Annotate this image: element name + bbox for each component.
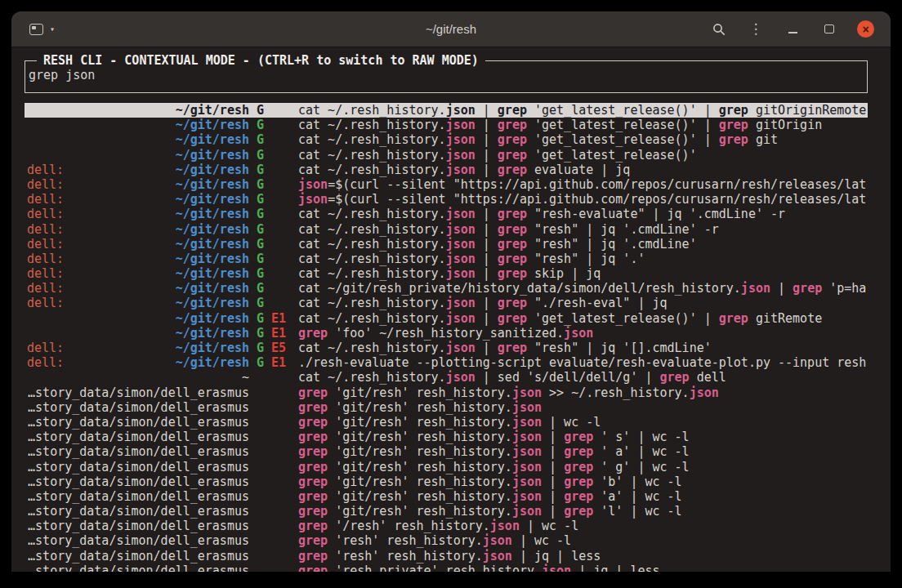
search-query[interactable]: grep json [29,68,860,82]
flags [257,504,291,519]
history-row[interactable]: …story_data/simon/dell_erasmusgrep 'git/… [25,460,868,474]
flag-badge: E1 [271,311,286,326]
row-context: …story_data/simon/dell_erasmus [27,385,249,400]
command-text: cat ~/.resh_history.json | grep 'get_lat… [298,118,868,132]
flags: G [257,281,291,296]
command-text: grep 'resh' resh_history.json | wc -l [298,533,868,548]
match-highlight: grep [564,444,593,459]
history-row[interactable]: …story_data/simon/dell_erasmusgrep 'git/… [25,415,868,430]
match-highlight: json [446,370,476,385]
match-highlight: grep [564,474,593,489]
flags: G [257,266,291,281]
flags: G [257,237,291,252]
history-row[interactable]: dell:~/git/reshGcat ~/.resh_history.json… [25,163,868,177]
match-highlight: grep [660,370,690,385]
match-highlight: grep [298,519,328,533]
flag-badge: G [257,326,264,341]
row-context: …story_data/simon/dell_erasmus [27,564,249,572]
match-highlight: json [512,460,542,474]
history-row[interactable]: dell:~/git/reshGcat ~/.resh_history.json… [25,207,868,221]
restore-button[interactable] [820,20,838,38]
history-row-selected[interactable]: ~/git/reshGcat ~/.resh_history.json | gr… [25,103,868,118]
match-highlight: grep [564,489,593,504]
match-highlight: grep [298,385,328,400]
flags: G [257,222,291,237]
directory-label: ~/git/resh [176,281,249,296]
history-row[interactable]: …story_data/simon/dell_erasmusgrep 'resh… [25,533,868,548]
match-highlight: json [446,311,476,326]
resh-mode-title: RESH CLI - CONTEXTUAL MODE - (CTRL+R to … [37,53,485,68]
match-highlight: grep [298,489,328,504]
directory-label: ~/git/resh [176,177,249,192]
host-label: dell: [27,296,64,310]
directory-label: ~/git/resh [176,355,249,370]
host-label: dell: [27,177,64,192]
match-highlight: grep [719,311,748,326]
directory-label: ~/git/resh [176,163,249,177]
search-icon [712,23,726,36]
history-row[interactable]: dell:~/git/reshG E5cat ~/.resh_history.j… [25,341,868,355]
flag-badge: G [257,207,264,221]
history-row[interactable]: …story_data/simon/dell_erasmusgrep 'resh… [25,549,868,564]
directory-label: …story_data/simon/dell_erasmus [28,564,249,572]
history-row[interactable]: ~/git/reshG E1cat ~/.resh_history.json |… [25,311,868,326]
minimize-button[interactable] [784,20,802,38]
history-row[interactable]: dell:~/git/reshG E1./resh-evaluate --plo… [25,355,868,370]
match-highlight: grep [498,103,527,118]
history-row[interactable]: ~/git/reshGcat ~/.resh_history.json | gr… [25,148,868,163]
history-row[interactable]: …story_data/simon/dell_erasmusgrep 'git/… [25,504,868,519]
flags [257,519,291,533]
row-context: …story_data/simon/dell_erasmus [27,400,249,415]
match-highlight: json [446,207,476,221]
row-context: ~/git/resh [27,326,249,341]
directory-label: ~/git/resh [176,222,249,237]
flags [257,430,291,444]
close-button[interactable]: × [857,20,874,38]
history-row[interactable]: …story_data/simon/dell_erasmusgrep 'git/… [25,400,868,415]
directory-label: ~/git/resh [176,103,249,118]
history-row[interactable]: …story_data/simon/dell_erasmusgrep 'git/… [25,474,868,489]
history-row[interactable]: dell:~/git/reshGjson=$(curl --silent "ht… [25,177,868,192]
history-row[interactable]: …story_data/simon/dell_erasmusgrep 'git/… [25,489,868,504]
flag-badge: G [257,132,264,147]
history-row[interactable]: dell:~/git/reshGcat ~/git/resh_private/h… [25,281,868,296]
history-row[interactable]: dell:~/git/reshGcat ~/.resh_history.json… [25,252,868,266]
flags: G [257,192,291,207]
history-row[interactable]: dell:~/git/reshGcat ~/.resh_history.json… [25,222,868,237]
row-context: ~/git/resh [27,118,249,132]
history-row[interactable]: …story_data/simon/dell_erasmusgrep 'git/… [25,444,868,459]
history-row[interactable]: …story_data/simon/dell_erasmusgrep 'git/… [25,430,868,444]
host-label: dell: [27,266,64,281]
flag-badge: G [257,311,264,326]
minimize-icon [788,32,797,33]
history-row[interactable]: ~/git/reshGcat ~/.resh_history.json | gr… [25,118,868,132]
history-row[interactable]: …story_data/simon/dell_erasmusgrep 'git/… [25,385,868,400]
row-context: dell:~/git/resh [27,355,249,370]
flags: G [257,118,291,132]
match-highlight: grep [498,148,527,163]
history-row[interactable]: …story_data/simon/dell_erasmusgrep '/res… [25,519,868,533]
search-button[interactable] [710,20,728,38]
history-row[interactable]: ~/git/reshG E1grep 'foo' ~/resh_history_… [25,326,868,341]
menu-button[interactable]: ⋮ [747,20,765,38]
history-row[interactable]: …story_data/simon/dell_erasmusgrep 'resh… [25,564,868,572]
match-highlight: grep [298,415,328,430]
command-text: grep 'git/resh' resh_history.json | grep… [298,474,868,489]
history-row[interactable]: dell:~/git/reshGcat ~/.resh_history.json… [25,296,868,310]
history-row[interactable]: ~/git/reshGcat ~/.resh_history.json | gr… [25,132,868,147]
history-row[interactable]: ~cat ~/.resh_history.json | sed 's/dell/… [25,370,868,385]
match-highlight: grep [298,474,328,489]
history-row[interactable]: dell:~/git/reshGcat ~/.resh_history.json… [25,237,868,252]
directory-label: …story_data/simon/dell_erasmus [28,533,249,548]
history-row[interactable]: dell:~/git/reshGjson=$(curl --silent "ht… [25,192,868,207]
host-label: dell: [27,355,64,370]
row-context: dell:~/git/resh [27,341,249,355]
command-text: ./resh-evaluate --plotting-script evalua… [298,355,868,370]
match-highlight: json [298,192,328,207]
match-highlight: grep [564,460,593,474]
history-row[interactable]: dell:~/git/reshGcat ~/.resh_history.json… [25,266,868,281]
match-highlight: grep [498,207,527,221]
tabs-button[interactable]: ▾ [29,24,55,35]
row-context: dell:~/git/resh [27,192,249,207]
flags [257,460,291,474]
